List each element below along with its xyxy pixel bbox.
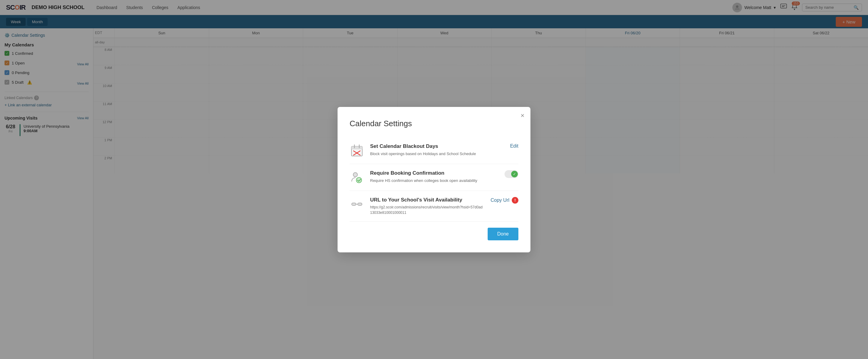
copy-url-button[interactable]: Copy Url [491, 198, 509, 203]
svg-rect-4 [351, 146, 362, 150]
toggle-thumb: ✓ [511, 171, 518, 177]
booking-title: Require Booking Confirmation [370, 170, 498, 176]
calendar-settings-modal: Calendar Settings × Set Calendar Blackou… [338, 107, 530, 252]
booking-toggle[interactable]: ✓ [504, 170, 518, 178]
booking-desc: Require HS confirmation when colleges bo… [370, 178, 498, 184]
blackout-content: Set Calendar Blackout Days Block visit o… [370, 143, 504, 157]
blackout-section: Set Calendar Blackout Days Block visit o… [350, 137, 518, 164]
svg-rect-11 [352, 203, 356, 205]
blackout-title: Set Calendar Blackout Days [370, 143, 504, 150]
booking-action: ✓ [504, 170, 518, 178]
booking-icon [350, 170, 364, 185]
svg-point-9 [353, 172, 358, 177]
url-title: URL to Your School's Visit Availability [370, 197, 485, 203]
svg-point-10 [356, 177, 362, 183]
url-action: Copy Url ! [491, 197, 518, 204]
url-warning-icon: ! [512, 197, 518, 204]
toggle-track: ✓ [504, 170, 518, 178]
url-section: URL to Your School's Visit Availability … [350, 191, 518, 222]
booking-section: Require Booking Confirmation Require HS … [350, 164, 518, 191]
blackout-desc: Block visit openings based on Holidays a… [370, 151, 504, 157]
blackout-action: Edit [510, 143, 518, 149]
done-button[interactable]: Done [488, 228, 518, 240]
url-icon [350, 197, 364, 211]
modal-close-button[interactable]: × [521, 112, 524, 119]
url-content: URL to Your School's Visit Availability … [370, 197, 485, 215]
blackout-icon [350, 143, 364, 158]
modal-title: Calendar Settings [350, 119, 518, 128]
edit-blackout-link[interactable]: Edit [510, 143, 518, 149]
modal-overlay[interactable]: Calendar Settings × Set Calendar Blackou… [0, 0, 868, 359]
url-value: https://g2.scoir.com/admissions/recruit/… [370, 204, 485, 215]
booking-content: Require Booking Confirmation Require HS … [370, 170, 498, 184]
modal-footer: Done [350, 228, 518, 240]
svg-rect-12 [358, 203, 362, 205]
